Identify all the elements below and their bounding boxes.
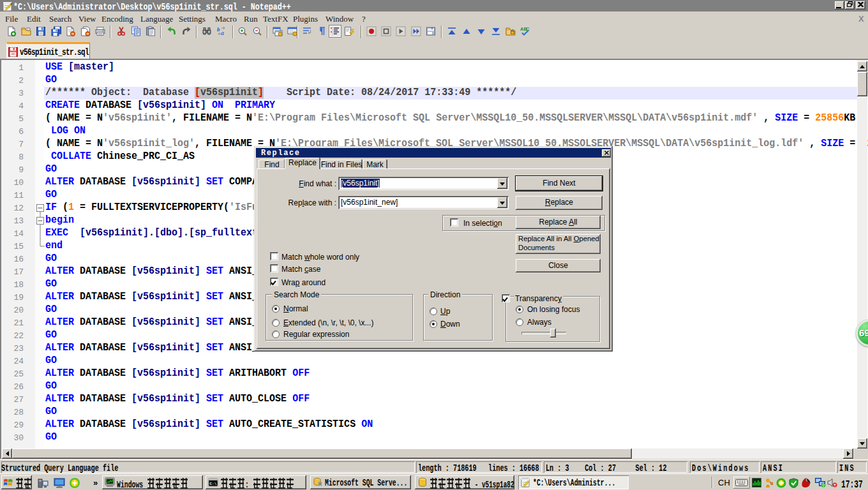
svg-text:C:\: C:\ [210, 482, 217, 486]
svg-text:b: b [217, 26, 220, 33]
svg-text:a: a [221, 29, 224, 36]
